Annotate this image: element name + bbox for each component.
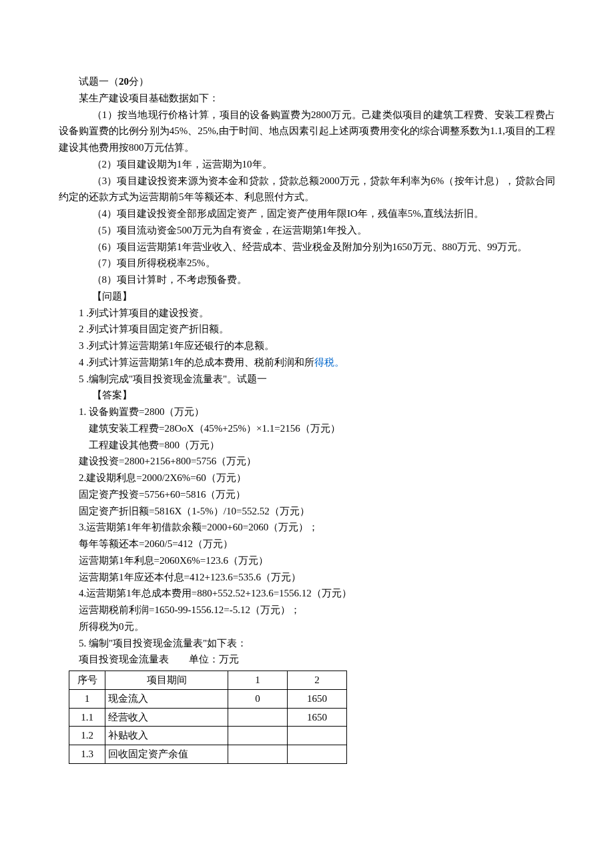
answer-2-line3: 固定资产折旧额=5816X（1-5%）/10=552.52（万元） bbox=[59, 503, 555, 520]
question-2: 2 .列式计算项目固定资产折旧额。 bbox=[59, 321, 555, 338]
intro-line: 某生产建设项目基础数据如下： bbox=[59, 90, 555, 107]
answer-1-line1: 1. 设备购置费=2800（万元） bbox=[59, 404, 555, 420]
data-item-5: （5）项目流动资金500万元为自有资金，在运营期第1年投入。 bbox=[59, 222, 555, 239]
answer-4-line2: 运营期税前利润=1650-99-1556.12=-5.12（万元）； bbox=[59, 602, 555, 618]
th-item: 项目期间 bbox=[105, 671, 228, 690]
title-unit: 分 bbox=[129, 76, 139, 87]
answer-4-line1: 4.运营期第1年总成本费用=880+552.52+123.6=1556.12（万… bbox=[59, 585, 555, 602]
answer-2-line1: 2.建设期利息=2000/2X6%=60（万元） bbox=[59, 470, 555, 486]
data-item-1: （1）按当地现行价格计算，项目的设备购置费为2800万元。己建类似项目的建筑工程… bbox=[59, 107, 555, 156]
data-item-3: （3）项目建设投资来源为资本金和贷款，贷款总额2000万元，贷款年利率为6%（按… bbox=[59, 173, 555, 206]
answer-1-line3: 工程建设其他费=800（万元） bbox=[59, 437, 555, 454]
answer-header: 【答案】 bbox=[59, 387, 555, 404]
cashflow-table: 序号 项目期间 1 2 1 现金流入 0 1650 1.1 经营收入 1650 … bbox=[69, 671, 347, 764]
answer-3-line1: 3.运营期第1年年初借款余额=2000+60=2060（万元）； bbox=[59, 519, 555, 536]
question-1: 1 .列式计算项目的建设投资。 bbox=[59, 305, 555, 322]
table-header-row: 序号 项目期间 1 2 bbox=[69, 671, 347, 690]
data-item-6: （6）项目运营期第1年营业收入、经营成本、营业税金及附加分别为1650万元、88… bbox=[59, 239, 555, 256]
answer-5-caption: 项目投资现金流量表 单位：万元 bbox=[59, 651, 555, 668]
table-row: 1.1 经营收入 1650 bbox=[69, 708, 347, 727]
tax-link[interactable]: 得税。 bbox=[314, 357, 344, 368]
answer-4-line3: 所得税为0元。 bbox=[59, 618, 555, 635]
question-title: 试题一（20分） bbox=[59, 73, 555, 90]
answer-1-line2: 建筑安装工程费=28OoX（45%+25%）×1.1=2156（万元） bbox=[59, 420, 555, 437]
answer-3-line4: 运营期第1年应还本付息=412+123.6=535.6（万元） bbox=[59, 569, 555, 586]
table-row: 1 现金流入 0 1650 bbox=[69, 689, 347, 708]
table-row: 1.2 补贴收入 bbox=[69, 727, 347, 745]
question-3: 3 .列式计算运营期第1年应还银行的本息额。 bbox=[59, 338, 555, 354]
th-col1: 1 bbox=[228, 671, 288, 690]
answer-2-line2: 固定资产投资=5756+60=5816（万元） bbox=[59, 486, 555, 503]
question-5: 5 .编制完成"项目投资现金流量表"。试题一 bbox=[59, 371, 555, 388]
title-close: ） bbox=[139, 76, 149, 87]
th-seq: 序号 bbox=[69, 671, 105, 690]
th-col2: 2 bbox=[288, 671, 347, 690]
data-item-2: （2）项目建设期为1年，运营期为10年。 bbox=[59, 156, 555, 173]
title-prefix: 试题一（ bbox=[79, 76, 119, 87]
answer-3-line3: 运营期第1年利息=2060X6%=123.6（万元） bbox=[59, 552, 555, 569]
title-points: 20 bbox=[119, 76, 129, 87]
answer-3-line2: 每年等额还本=2060/5=412（万元） bbox=[59, 536, 555, 552]
answer-1-line4: 建设投资=2800+2156+800=5756（万元） bbox=[59, 453, 555, 470]
data-item-4: （4）项目建设投资全部形成固定资产，固定资产使用年限IO年，残值率5%,直线法折… bbox=[59, 205, 555, 222]
answer-5-line1: 5. 编制"项目投资现金流量表"如下表： bbox=[59, 635, 555, 652]
question-header: 【问题】 bbox=[59, 288, 555, 305]
data-item-7: （7）项目所得税税率25%。 bbox=[59, 255, 555, 272]
question-4: 4 .列式计算运营期第1年的总成本费用、税前利润和所得税。 bbox=[59, 354, 555, 371]
table-row: 1.3 回收固定资产余值 bbox=[69, 745, 347, 764]
data-item-8: （8）项目计算时，不考虑预备费。 bbox=[59, 272, 555, 288]
